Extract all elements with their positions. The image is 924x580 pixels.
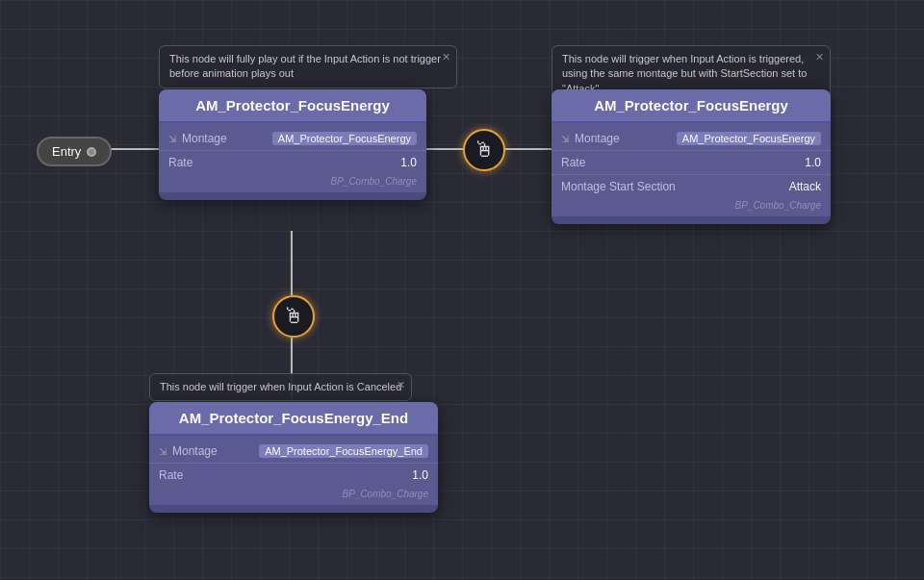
tooltip-1-text: This node will fully play out if the Inp… <box>169 53 441 79</box>
node-1-body: ⇲ Montage AM_Protector_FocusEnergy Rate … <box>159 123 426 174</box>
mouse-icon-1: 🖱 <box>463 129 505 171</box>
node-3-row-montage: ⇲ Montage AM_Protector_FocusEnergy_End <box>149 441 438 461</box>
mouse-icon-2: 🖱 <box>272 295 315 338</box>
node-2-title: AM_Protector_FocusEnergy <box>594 97 788 113</box>
node-1-bottom-bar <box>159 192 426 200</box>
node-3-header: AM_Protector_FocusEnergy_End <box>149 402 438 436</box>
node-1-montage-value: AM_Protector_FocusEnergy <box>272 132 417 145</box>
node-2-footer-text: BP_Combo_Charge <box>735 200 822 211</box>
node-3-bottom-bar <box>149 505 438 513</box>
node-1-expand-icon[interactable]: ⇲ <box>168 134 176 144</box>
node-2-rate-label: Rate <box>561 156 799 169</box>
node-2-body: ⇲ Montage AM_Protector_FocusEnergy Rate … <box>552 123 831 198</box>
node-3-montage-value: AM_Protector_FocusEnergy_End <box>259 444 428 458</box>
node-3-rate-label: Rate <box>159 468 406 482</box>
node-1-divider <box>159 150 426 151</box>
node-3-montage-label: Montage <box>172 444 253 458</box>
node-2-bottom-bar <box>552 216 831 224</box>
node-2-header: AM_Protector_FocusEnergy <box>552 89 831 123</box>
tooltip-2-close[interactable]: ✕ <box>815 50 824 64</box>
canvas: Entry This node will fully play out if t… <box>0 0 924 580</box>
node-3-divider <box>149 463 438 464</box>
node-3-body: ⇲ Montage AM_Protector_FocusEnergy_End R… <box>149 436 438 487</box>
node-2-divider-1 <box>552 150 831 151</box>
node-2-row-montage: ⇲ Montage AM_Protector_FocusEnergy <box>552 129 831 148</box>
node-2-montage-label: Montage <box>575 132 671 145</box>
node-3-expand-icon[interactable]: ⇲ <box>159 446 167 457</box>
node-2-section-value: Attack <box>789 180 821 193</box>
node-2-divider-2 <box>552 174 831 175</box>
entry-node: Entry <box>37 137 112 166</box>
mouse-glyph-2: 🖱 <box>283 304 304 329</box>
entry-dot <box>87 147 96 157</box>
node-1-footer: BP_Combo_Charge <box>159 174 426 192</box>
node-1-footer-text: BP_Combo_Charge <box>331 176 418 187</box>
node-1-title: AM_Protector_FocusEnergy <box>195 97 390 113</box>
tooltip-1: This node will fully play out if the Inp… <box>159 45 457 88</box>
tooltip-3-close[interactable]: ✕ <box>397 378 405 392</box>
tooltip-3-text: This node will trigger when Input Action… <box>160 381 401 392</box>
node-3-rate-value: 1.0 <box>412 468 428 482</box>
node-1-row-montage: ⇲ Montage AM_Protector_FocusEnergy <box>159 129 426 148</box>
node-2-rate-value: 1.0 <box>805 156 821 169</box>
node-2-row-rate: Rate 1.0 <box>552 153 831 172</box>
tooltip-1-close[interactable]: ✕ <box>442 50 450 64</box>
node-2-row-section: Montage Start Section Attack <box>552 177 831 196</box>
entry-label: Entry <box>52 144 81 159</box>
node-2-section-label: Montage Start Section <box>561 180 783 193</box>
node-3-footer: BP_Combo_Charge <box>149 487 438 505</box>
node-2: AM_Protector_FocusEnergy ⇲ Montage AM_Pr… <box>552 89 831 224</box>
node-2-montage-value: AM_Protector_FocusEnergy <box>677 132 821 145</box>
mouse-glyph-1: 🖱 <box>474 138 495 163</box>
tooltip-2-text: This node will trigger when Input Action… <box>562 53 807 94</box>
node-3: AM_Protector_FocusEnergy_End ⇲ Montage A… <box>149 402 438 513</box>
node-1: AM_Protector_FocusEnergy ⇲ Montage AM_Pr… <box>159 89 426 200</box>
node-1-header: AM_Protector_FocusEnergy <box>159 89 426 123</box>
node-1-montage-label: Montage <box>182 132 267 145</box>
tooltip-3: This node will trigger when Input Action… <box>149 373 412 401</box>
node-3-title: AM_Protector_FocusEnergy_End <box>179 410 408 426</box>
node-1-rate-value: 1.0 <box>400 156 417 169</box>
node-1-rate-label: Rate <box>168 156 395 169</box>
node-2-expand-icon[interactable]: ⇲ <box>561 134 569 144</box>
node-2-footer: BP_Combo_Charge <box>552 198 831 216</box>
node-3-footer-text: BP_Combo_Charge <box>343 489 429 499</box>
node-1-row-rate: Rate 1.0 <box>159 153 426 172</box>
node-3-row-rate: Rate 1.0 <box>149 466 438 485</box>
